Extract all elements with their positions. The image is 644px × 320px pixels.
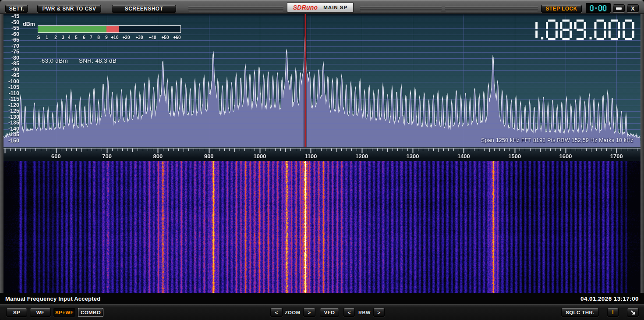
x-tick-label: 1300: [407, 153, 419, 160]
close-icon: X: [631, 5, 635, 12]
rbw-down-icon: <: [347, 310, 350, 315]
sp-view-button[interactable]: SP: [6, 308, 27, 317]
squelch-threshold-button[interactable]: SQLC THR.: [561, 308, 599, 317]
y-tick-label: -95: [4, 72, 19, 78]
smeter-tick-label: +30: [136, 35, 143, 40]
smeter-tick-label: 4: [68, 35, 71, 40]
pwr-snr-to-csv-label: PWR & SNR TO CSV: [42, 6, 96, 12]
sp-wf-view-label: SP+WF: [55, 310, 74, 315]
resize-corner-button[interactable]: [627, 308, 639, 317]
y-tick-label: -100: [4, 78, 19, 85]
titlebar[interactable]: SETT. PWR & SNR TO CSV SCREENSHOT SDRuno…: [0, 0, 644, 14]
x-tick-label: 1600: [559, 153, 572, 160]
sp-wf-view-button[interactable]: SP+WF: [53, 308, 75, 317]
step-lock-button[interactable]: STEP LOCK: [541, 5, 582, 13]
minimize-button[interactable]: [613, 4, 625, 12]
minimize-icon: [616, 7, 622, 10]
titlebar-grip-right-1: [360, 6, 442, 12]
settings-button[interactable]: SETT.: [5, 5, 28, 13]
waterfall-display[interactable]: [4, 161, 640, 293]
y-tick-label: -125: [4, 108, 19, 114]
screenshot-button[interactable]: SCREENSHOT: [112, 5, 176, 13]
status-bar: Manual Frequency Input Accepted 04.01.20…: [0, 293, 644, 304]
y-tick-label: -70: [4, 43, 19, 49]
y-tick-label: -50: [4, 19, 19, 25]
y-tick-label: -55: [4, 25, 19, 31]
y-tick-label: -85: [4, 60, 19, 67]
level-axis-unit: dBm: [23, 21, 35, 27]
smeter-tick-label: 8: [97, 35, 100, 40]
power-readout: -63,0 dBm: [39, 57, 68, 64]
close-button[interactable]: X: [627, 4, 639, 12]
x-tick-label: 900: [204, 153, 214, 160]
wf-view-label: WF: [36, 310, 45, 315]
smeter-tick-label: +60: [173, 35, 181, 40]
frequency-scale[interactable]: 6007008009001000110012001300140015001600…: [4, 147, 640, 161]
x-tick-label: 1400: [457, 153, 470, 160]
info-icon: i: [612, 309, 614, 316]
title-plate: SDRuno MAIN SP: [287, 2, 354, 12]
screenshot-button-label: SCREENSHOT: [125, 6, 163, 12]
smeter-tick-label: 2: [54, 35, 57, 40]
rbw-label: RBW: [358, 310, 371, 315]
squelch-threshold-label: SQLC THR.: [566, 310, 594, 315]
window-frame-left: [0, 14, 4, 293]
x-tick-label: 1200: [355, 153, 368, 160]
zoom-out-icon: <: [275, 310, 278, 315]
s-meter[interactable]: [38, 25, 181, 33]
frequency-display[interactable]: [514, 18, 639, 41]
y-tick-label: -135: [4, 120, 19, 126]
titlebar-grip-right-2: [445, 6, 538, 12]
rbw-up-button[interactable]: >: [373, 308, 385, 317]
smeter-tick-label: 9: [105, 35, 108, 40]
vfo-button[interactable]: VFO: [320, 308, 339, 317]
vfo-label: VFO: [324, 310, 335, 315]
step-size-display[interactable]: [586, 3, 611, 13]
combo-view-button[interactable]: COMBO: [78, 308, 103, 317]
sdruno-main-window: SETT. PWR & SNR TO CSV SCREENSHOT SDRuno…: [0, 0, 644, 320]
y-tick-label: -130: [4, 114, 19, 120]
pwr-snr-to-csv-button[interactable]: PWR & SNR TO CSV: [37, 5, 101, 13]
y-tick-label: -120: [4, 102, 19, 108]
status-datetime: 04.01.2026 13:17:00: [580, 295, 639, 302]
wf-view-button[interactable]: WF: [30, 308, 51, 317]
y-tick-label: -75: [4, 49, 19, 55]
resize-arrow-icon: [630, 309, 636, 316]
s-meter-green-bar: [38, 26, 106, 32]
smeter-tick-label: 7: [90, 35, 92, 40]
smeter-tick-label: +20: [123, 35, 130, 40]
x-tick-label: 600: [51, 153, 61, 160]
smeter-tick-label: 6: [83, 35, 85, 40]
y-tick-label: -145: [4, 132, 19, 138]
rbw-up-icon: >: [377, 310, 380, 315]
smeter-tick-label: 1: [46, 35, 48, 40]
spectrum-panel: -45-50-55-60-65-70-75-80-85-90-95-100-10…: [4, 14, 640, 147]
x-tick-label: 700: [102, 153, 112, 160]
x-tick-label: 1000: [254, 153, 266, 160]
rbw-down-button[interactable]: <: [343, 308, 355, 317]
window-frame-right: [640, 14, 644, 293]
smeter-tick-label: +40: [149, 35, 156, 40]
snr-readout: SNR: 48,3 dB: [79, 57, 117, 64]
y-tick-label: -110: [4, 90, 19, 96]
y-tick-label: -150: [4, 138, 19, 144]
y-tick-label: -105: [4, 84, 19, 90]
info-button[interactable]: i: [607, 308, 619, 317]
smeter-tick-label: 3: [62, 35, 64, 40]
smeter-tick-label: 5: [75, 35, 78, 40]
step-size-digits: [587, 4, 610, 12]
x-tick-label: 1700: [610, 153, 623, 160]
y-tick-label: -140: [4, 126, 19, 132]
zoom-in-button[interactable]: >: [303, 308, 315, 317]
titlebar-grip-left: [188, 6, 283, 12]
x-tick-label: 800: [153, 153, 163, 160]
bottom-toolbar: SP WF SP+WF COMBO < ZOOM > VFO < RBW > S…: [0, 304, 644, 320]
y-tick-label: -45: [4, 14, 19, 19]
zoom-out-button[interactable]: <: [270, 308, 283, 317]
y-tick-label: -60: [4, 31, 19, 37]
smeter-tick-label: S: [37, 35, 40, 40]
status-message: Manual Frequency Input Accepted: [5, 295, 100, 302]
y-tick-label: -80: [4, 55, 19, 61]
sp-view-label: SP: [13, 310, 20, 315]
panel-title: MAIN SP: [323, 5, 347, 10]
